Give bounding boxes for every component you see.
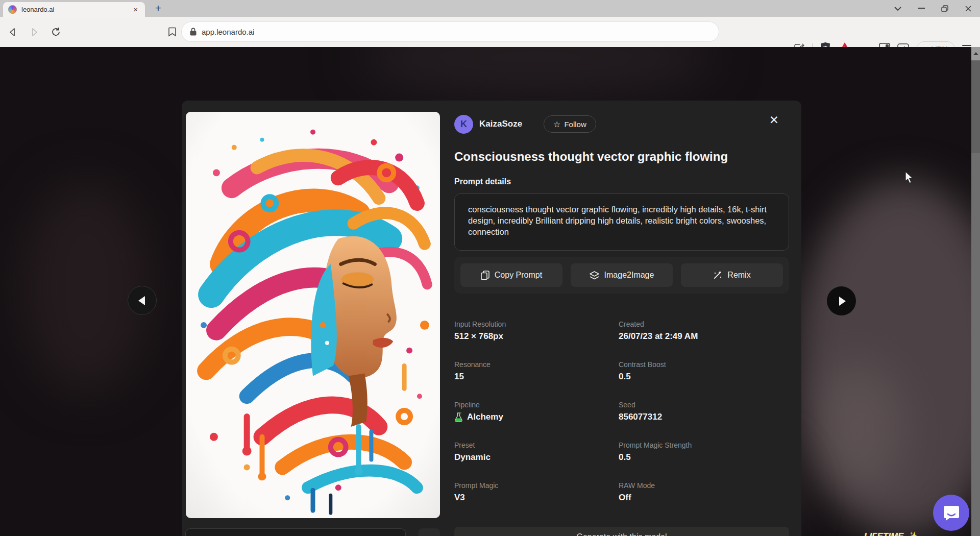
tab-search-chevron-icon[interactable] bbox=[886, 0, 910, 17]
detail-created: Created 26/07/23 at 2:49 AM bbox=[619, 320, 789, 342]
window-controls bbox=[886, 0, 980, 17]
remix-label: Remix bbox=[727, 271, 750, 280]
prompt-input-partial[interactable] bbox=[185, 528, 406, 536]
tab-title: leonardo.ai bbox=[21, 6, 131, 13]
forward-button[interactable] bbox=[26, 23, 43, 41]
remix-button[interactable]: Remix bbox=[681, 263, 783, 287]
detail-prompt-magic-strength: Prompt Magic Strength 0.5 bbox=[619, 441, 789, 462]
chat-bubble-icon bbox=[942, 504, 961, 522]
bookmark-icon[interactable] bbox=[163, 23, 181, 41]
detail-pipeline: Pipeline Alchemy bbox=[454, 401, 619, 422]
close-icon[interactable]: ✕ bbox=[769, 114, 779, 126]
detail-input-resolution: Input Resolution 512 × 768px bbox=[454, 320, 619, 342]
browser-toolbar: app.leonardo.ai bbox=[0, 17, 980, 47]
chevron-left-icon bbox=[138, 296, 145, 305]
url-text: app.leonardo.ai bbox=[202, 28, 254, 36]
image2image-button[interactable]: Image2Image bbox=[571, 263, 673, 287]
scrollbar-thumb[interactable] bbox=[971, 61, 980, 153]
generation-details-grid: Input Resolution 512 × 768px Created 26/… bbox=[454, 320, 789, 503]
copy-prompt-label: Copy Prompt bbox=[495, 271, 542, 280]
follow-button[interactable]: ☆ Follow bbox=[544, 115, 596, 133]
tab-close-icon[interactable]: × bbox=[131, 5, 140, 14]
scrollbar-up-arrow[interactable] bbox=[971, 47, 980, 60]
mouse-cursor bbox=[904, 171, 915, 186]
reload-button[interactable] bbox=[47, 23, 64, 41]
star-icon: ☆ bbox=[553, 119, 560, 129]
blurred-background bbox=[357, 47, 715, 98]
detail-preset: Preset Dynamic bbox=[454, 441, 619, 462]
browser-tab[interactable]: leonardo.ai × bbox=[3, 2, 145, 17]
image2image-label: Image2Image bbox=[604, 271, 654, 280]
detail-raw-mode: RAW Mode Off bbox=[619, 481, 789, 503]
next-image-button[interactable] bbox=[827, 286, 856, 315]
prompt-details-heading: Prompt details bbox=[454, 177, 511, 186]
tab-strip: leonardo.ai × + bbox=[0, 0, 980, 17]
address-bar[interactable]: app.leonardo.ai bbox=[182, 22, 719, 41]
minimize-button[interactable] bbox=[910, 0, 933, 17]
prompt-text: consciousness thought vector graphic flo… bbox=[468, 204, 776, 237]
detail-resonance: Resonance 15 bbox=[454, 360, 619, 382]
copy-icon bbox=[481, 271, 489, 280]
generation-title: Consciousness thought vector graphic flo… bbox=[454, 150, 789, 164]
close-window-button[interactable] bbox=[957, 0, 980, 17]
previous-image-button[interactable] bbox=[128, 286, 157, 315]
avatar[interactable]: K bbox=[454, 115, 473, 134]
lifetime-badge: LIFETIME ✨ bbox=[864, 531, 917, 536]
blurred-background bbox=[812, 363, 903, 496]
detail-contrast-boost: Contrast Boost 0.5 bbox=[619, 360, 789, 382]
copy-prompt-button[interactable]: Copy Prompt bbox=[460, 263, 562, 287]
dice-button-partial[interactable] bbox=[419, 528, 440, 536]
wand-icon bbox=[713, 271, 722, 280]
follow-label: Follow bbox=[564, 120, 586, 129]
detail-prompt-magic: Prompt Magic V3 bbox=[454, 481, 619, 503]
restore-button[interactable] bbox=[933, 0, 957, 17]
new-tab-button[interactable]: + bbox=[151, 1, 165, 15]
generate-with-model-button[interactable]: Generate with this model bbox=[454, 527, 789, 536]
chat-support-button[interactable] bbox=[933, 495, 969, 531]
creator-name[interactable]: KaizaSoze bbox=[479, 119, 522, 129]
prompt-box: consciousness thought vector graphic flo… bbox=[454, 193, 789, 251]
flask-icon bbox=[454, 412, 463, 422]
blurred-background bbox=[20, 180, 153, 394]
chevron-right-icon bbox=[839, 297, 846, 306]
creator-row: K KaizaSoze ☆ Follow ✕ bbox=[454, 114, 789, 134]
lock-icon bbox=[190, 28, 197, 36]
back-button[interactable] bbox=[4, 23, 21, 41]
generated-image[interactable] bbox=[186, 112, 440, 518]
leonardo-favicon bbox=[8, 5, 17, 14]
detail-seed: Seed 856077312 bbox=[619, 401, 789, 422]
generation-detail-modal: K KaizaSoze ☆ Follow ✕ Consciousness tho… bbox=[182, 101, 801, 536]
action-bar: Copy Prompt Image2Image Remix bbox=[454, 257, 789, 294]
scrollbar[interactable] bbox=[971, 47, 980, 536]
layers-icon bbox=[590, 271, 599, 280]
